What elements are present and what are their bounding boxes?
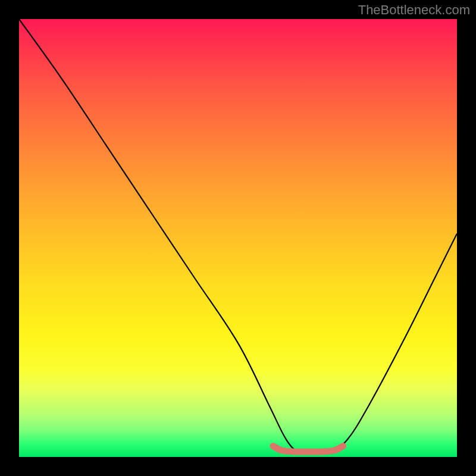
attribution-text: TheBottleneck.com (358, 2, 470, 18)
optimal-band-path (273, 446, 343, 452)
chart-plot-area (19, 19, 457, 457)
chart-svg (19, 19, 457, 457)
bottleneck-curve-path (19, 19, 457, 453)
